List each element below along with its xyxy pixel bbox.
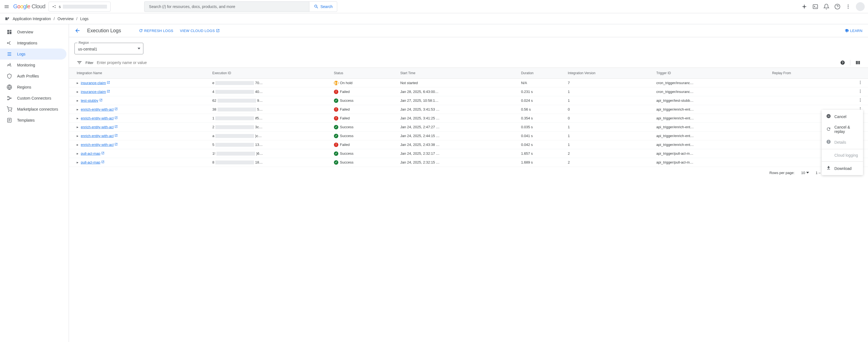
execution-id: 629… — [212, 98, 330, 102]
sidebar-item-monitoring[interactable]: Monitoring — [0, 60, 69, 71]
row-menu-button[interactable] — [834, 87, 868, 96]
duration: 0.042 s — [519, 141, 566, 149]
open-external-icon[interactable] — [99, 98, 102, 102]
integration-link[interactable]: enrich-entity-with-acl — [81, 134, 114, 138]
integration-link[interactable]: insurance-claim — [81, 90, 106, 94]
search-input[interactable]: Search (/) for resources, docs, products… — [144, 1, 309, 12]
integration-link[interactable]: enrich-entity-with-acl — [81, 143, 114, 147]
expand-row-icon[interactable]: ▸ — [76, 143, 79, 147]
trigger-id: api_trigger/enrich-ent… — [654, 105, 770, 114]
view-cloud-logs-button[interactable]: View Cloud Logs — [180, 29, 220, 33]
svg-point-34 — [860, 98, 861, 99]
status-cell: !Failed — [334, 107, 396, 112]
open-external-icon[interactable] — [115, 107, 118, 111]
start-time: Jan 24, 2025, 3:41:53 … — [398, 105, 519, 114]
integration-version: 2 — [565, 158, 654, 167]
breadcrumb-overview[interactable]: Overview — [57, 17, 73, 21]
menu-item-download[interactable]: Download — [822, 163, 863, 174]
regions-icon — [7, 84, 12, 90]
breadcrumb-logs[interactable]: Logs — [80, 17, 89, 21]
sidebar-item-custom-connectors[interactable]: Custom Connectors — [0, 93, 69, 104]
expand-row-icon[interactable]: ▸ — [76, 98, 79, 102]
user-avatar[interactable] — [856, 2, 865, 11]
svg-point-33 — [860, 92, 861, 93]
sidebar-item-label: Monitoring — [17, 63, 35, 67]
col-header: Trigger ID — [654, 68, 770, 79]
open-external-icon[interactable] — [101, 151, 104, 155]
svg-point-12 — [7, 42, 8, 43]
integration-link[interactable]: insurance-claim — [81, 81, 106, 85]
google-cloud-logo[interactable]: Google Cloud — [13, 3, 45, 10]
search-icon — [314, 4, 319, 9]
filter-help-icon[interactable]: ? — [840, 60, 845, 65]
integration-link[interactable]: pull-acl-map — [81, 160, 100, 164]
table-row: ▸test-stubby 629… ✓Success Jan 27, 2025,… — [69, 96, 868, 105]
expand-row-icon[interactable]: ▸ — [76, 107, 79, 112]
integration-link[interactable]: enrich-entity-with-acl — [81, 107, 114, 112]
menu-item-label: Details — [834, 140, 846, 145]
search-button[interactable]: Search — [309, 1, 337, 12]
product-icon — [4, 16, 10, 22]
sidebar-item-overview[interactable]: Overview — [0, 27, 69, 37]
more-vert-icon[interactable] — [845, 4, 851, 9]
integration-link[interactable]: test-stubby — [81, 98, 98, 102]
gemini-icon[interactable] — [801, 4, 807, 10]
expand-row-icon[interactable]: ▸ — [76, 160, 79, 164]
expand-row-icon[interactable]: ▸ — [76, 116, 79, 120]
sidebar-item-marketplace-connectors[interactable]: Marketplace connectors — [0, 104, 69, 115]
open-external-icon[interactable] — [107, 81, 110, 84]
breadcrumb-product[interactable]: Application Integration — [13, 17, 51, 21]
region-select[interactable]: Region us-central1 — [74, 43, 144, 54]
svg-rect-26 — [858, 61, 859, 64]
rows-per-page-select[interactable]: 10 — [801, 171, 809, 175]
menu-item-cancel-replay[interactable]: Cancel & replay — [822, 122, 863, 136]
integration-link[interactable]: pull-acl-map — [81, 151, 100, 156]
svg-point-36 — [860, 101, 861, 102]
cloud-shell-icon[interactable] — [812, 4, 818, 10]
filter-input[interactable] — [97, 60, 837, 65]
execution-id: 1!)6… — [212, 151, 330, 156]
col-header: Execution ID — [210, 68, 332, 79]
status-icon: ❚❚ — [334, 81, 338, 85]
breadcrumb: Application Integration / Overview / Log… — [0, 13, 868, 24]
filter-label: Filter — [86, 61, 93, 65]
integration-link[interactable]: enrich-entity-with-acl — [81, 125, 114, 129]
expand-row-icon[interactable]: ▸ — [76, 134, 79, 138]
sidebar-item-integrations[interactable]: Integrations — [0, 37, 69, 49]
expand-row-icon[interactable]: ▸ — [76, 90, 79, 94]
open-external-icon[interactable] — [101, 160, 104, 163]
trigger-id: api_trigger/pull-acl-m… — [654, 149, 770, 158]
sidebar-item-auth-profiles[interactable]: Auth Profiles — [0, 71, 69, 82]
download-icon — [826, 165, 831, 171]
open-external-icon[interactable] — [115, 116, 118, 119]
expand-row-icon[interactable]: ▸ — [76, 81, 79, 85]
help-icon[interactable] — [834, 4, 840, 10]
project-picker[interactable]: s — [49, 2, 111, 11]
open-external-icon[interactable] — [107, 90, 110, 93]
row-menu-button[interactable] — [834, 79, 868, 87]
open-external-icon[interactable] — [115, 143, 118, 146]
sidebar-item-logs[interactable]: Logs — [0, 49, 66, 60]
sidebar-item-regions[interactable]: Regions — [0, 82, 69, 93]
back-arrow-icon[interactable] — [74, 28, 81, 34]
sidebar-item-templates[interactable]: Templates — [0, 115, 69, 126]
open-external-icon[interactable] — [115, 125, 118, 128]
open-external-icon[interactable] — [115, 134, 118, 137]
status-cell: ✓Success — [334, 98, 396, 103]
notifications-icon[interactable] — [823, 4, 829, 10]
expand-row-icon[interactable]: ▸ — [76, 125, 79, 129]
menu-item-cancel[interactable]: Cancel — [822, 111, 863, 122]
duration: 1.689 s — [519, 158, 566, 167]
columns-icon[interactable] — [855, 60, 860, 65]
row-menu-button[interactable] — [834, 96, 868, 105]
integration-version: 1 — [565, 141, 654, 149]
learn-button[interactable]: Learn — [844, 28, 863, 33]
execution-id: 818… — [212, 160, 330, 164]
refresh-logs-button[interactable]: Refresh Logs — [139, 28, 173, 33]
table-row: ▸enrich-entity-with-acl 385… !Failed Jan… — [69, 105, 868, 114]
integration-link[interactable]: enrich-entity-with-acl — [81, 116, 114, 120]
col-header: Status — [332, 68, 398, 79]
hamburger-menu-icon[interactable] — [3, 3, 10, 10]
expand-row-icon[interactable]: ▸ — [76, 151, 79, 156]
status-cell: ✓Success — [334, 134, 396, 138]
